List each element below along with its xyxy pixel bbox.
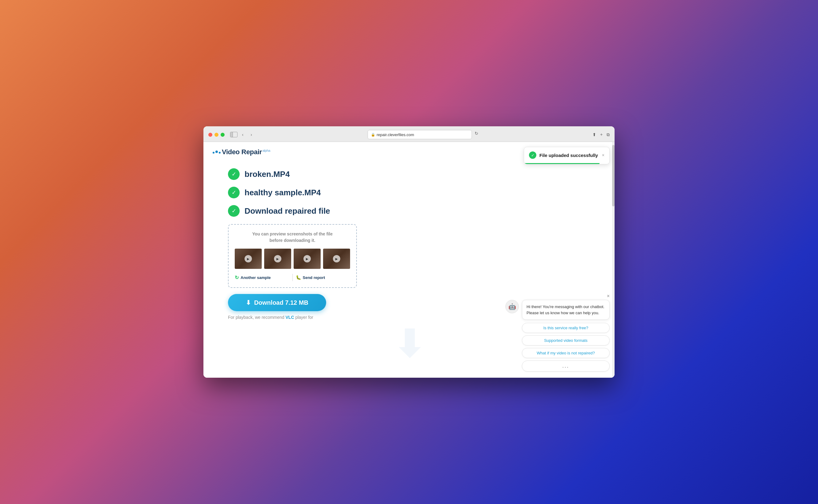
toast-message: File uploaded successfully (539, 153, 599, 158)
url-text: repair.cleverfiles.com (377, 132, 414, 137)
preview-thumb-4[interactable]: ▶ (323, 249, 350, 269)
traffic-light-minimize[interactable] (215, 133, 219, 137)
step-label-2: healthy sample.MP4 (245, 188, 321, 197)
browser-chrome: ‹ › 🔒 repair.cleverfiles.com ↻ ⬆ ＋ ⧉ (203, 126, 615, 142)
chatbot-avatar: 🤖 (505, 300, 519, 313)
preview-thumb-2[interactable]: ▶ (264, 249, 291, 269)
download-label: Download 7.12 MB (254, 299, 308, 306)
chatbot-suggestion-2[interactable]: What if my video is not repaired? (522, 348, 610, 358)
step-item-broken: ✓ broken.MP4 (228, 168, 590, 180)
reload-button[interactable]: ↻ (473, 130, 480, 137)
toast-progress-bar (524, 163, 599, 164)
toast-notification: ✓ File uploaded successfully × (524, 147, 610, 164)
thumb-play-4: ▶ (333, 255, 340, 262)
toast-success-icon: ✓ (529, 151, 536, 159)
scrollbar-thumb[interactable] (612, 145, 615, 206)
preview-thumb-3[interactable]: ▶ (294, 249, 321, 269)
traffic-light-fullscreen[interactable] (221, 133, 225, 137)
logo-name: ideo Repair (226, 148, 262, 156)
logo-icon (213, 151, 221, 154)
logo-dot-3 (219, 152, 221, 154)
chatbot-suggestion-0[interactable]: Is this service really free? (522, 323, 610, 333)
step-label-1: broken.MP4 (245, 170, 290, 179)
thumb-play-1: ▶ (245, 255, 252, 262)
logo-dot-2 (216, 151, 218, 153)
another-sample-button[interactable]: ↻ Another sample (235, 275, 289, 281)
chatbot-close-row: × (505, 294, 610, 299)
browser-window: ‹ › 🔒 repair.cleverfiles.com ↻ ⬆ ＋ ⧉ (203, 126, 615, 378)
step-check-icon-2: ✓ (228, 187, 240, 198)
preview-actions: ↻ Another sample 🐛 Send report (235, 274, 350, 281)
footer-text-after: player for (294, 315, 313, 320)
chatbot-panel: × 🤖 Hi there! You're messaging with our … (505, 294, 610, 372)
logo-alpha: alpha (263, 149, 270, 152)
thumb-play-3: ▶ (304, 255, 311, 262)
url-bar-wrap: 🔒 repair.cleverfiles.com ↻ (258, 130, 589, 139)
chatbot-more-button[interactable]: ... (522, 361, 610, 372)
step-item-download: ✓ Download repaired file (228, 205, 590, 217)
another-sample-label: Another sample (241, 275, 271, 280)
page-content: Video Repairalpha ✓ File uploaded succes… (203, 142, 615, 378)
step-list: ✓ broken.MP4 ✓ healthy sample.MP4 ✓ Down… (228, 168, 590, 217)
download-button[interactable]: ⬇ Download 7.12 MB (228, 294, 326, 311)
sidebar-toggle-button[interactable] (230, 132, 238, 137)
download-icon: ⬇ (246, 299, 251, 306)
chatbot-body: 🤖 Hi there! You're messaging with our ch… (505, 300, 610, 372)
logo: Video Repairalpha (213, 148, 270, 156)
send-report-button[interactable]: 🐛 Send report (296, 275, 350, 280)
browser-controls: ‹ › (230, 131, 255, 138)
chatbot-suggestions: Is this service really free? Supported v… (522, 323, 610, 372)
browser-actions: ⬆ ＋ ⧉ (592, 132, 610, 137)
preview-description: You can preview screenshots of the fileb… (235, 231, 350, 244)
preview-thumbnails: ▶ ▶ ▶ ▶ (235, 249, 350, 269)
page-watermark: ⬇ (394, 323, 425, 365)
step-item-healthy: ✓ healthy sample.MP4 (228, 187, 590, 198)
step-check-icon-1: ✓ (228, 168, 240, 180)
chatbot-content: Hi there! You're messaging with our chat… (522, 300, 610, 372)
chatbot-greeting: Hi there! You're messaging with our chat… (522, 300, 610, 320)
scrollbar-track[interactable] (612, 142, 615, 378)
forward-button[interactable]: › (248, 131, 255, 138)
new-tab-icon[interactable]: ＋ (599, 132, 603, 137)
tabs-icon[interactable]: ⧉ (606, 132, 610, 137)
back-button[interactable]: ‹ (239, 131, 246, 138)
preview-box: You can preview screenshots of the fileb… (228, 224, 357, 288)
vlc-link[interactable]: VLC (286, 315, 294, 320)
footer-text-before: For playback, we recommend (228, 315, 286, 320)
traffic-lights (208, 133, 225, 137)
chatbot-suggestion-1[interactable]: Supported video formats (522, 335, 610, 346)
url-bar[interactable]: 🔒 repair.cleverfiles.com (368, 130, 472, 139)
lock-icon: 🔒 (371, 133, 375, 137)
send-report-label: Send report (303, 275, 325, 280)
preview-thumb-1[interactable]: ▶ (235, 249, 262, 269)
traffic-light-close[interactable] (208, 133, 212, 137)
step-check-icon-3: ✓ (228, 205, 240, 217)
step-label-3: Download repaired file (245, 206, 330, 216)
send-report-icon: 🐛 (296, 275, 301, 280)
thumb-play-2: ▶ (274, 255, 281, 262)
toast-close-button[interactable]: × (602, 153, 604, 157)
another-sample-icon: ↻ (235, 275, 239, 281)
logo-dot-1 (213, 152, 215, 154)
chatbot-close-button[interactable]: × (607, 294, 610, 299)
share-icon[interactable]: ⬆ (592, 132, 596, 137)
logo-v: V (222, 148, 226, 156)
logo-text: Video Repairalpha (222, 148, 270, 156)
